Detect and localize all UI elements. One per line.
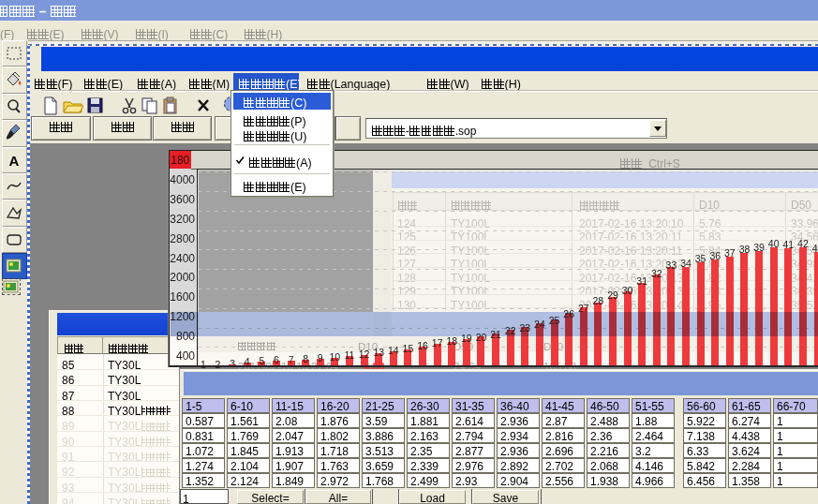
svg-text:A: A <box>8 153 19 169</box>
